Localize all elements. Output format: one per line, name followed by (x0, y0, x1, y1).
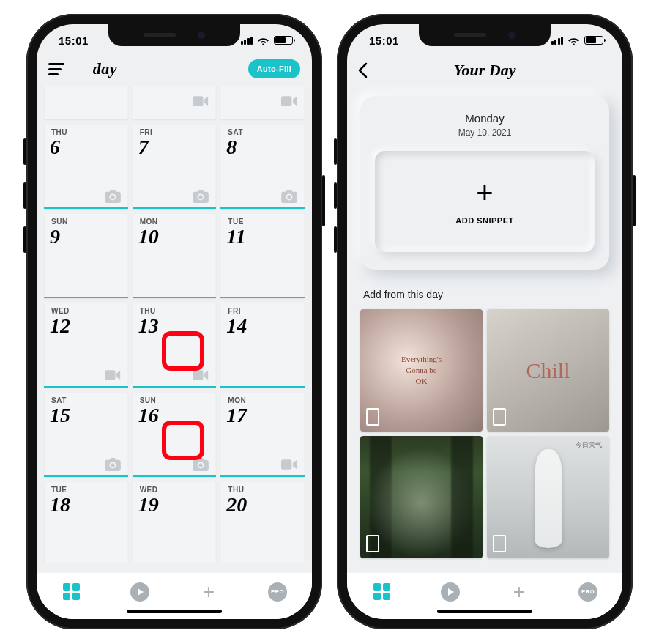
thumbnail-1-text: Everything's Gonna be OK (401, 354, 442, 387)
pro-badge-icon: PRO (578, 582, 597, 602)
header-left: day Auto-Fill (37, 56, 312, 86)
screen-left: 15:01 day Auto-Fill THU6FRI7SAT8SUN9MON1… (37, 24, 312, 619)
thumbnail-2[interactable]: Chill (487, 309, 609, 432)
status-time: 15:01 (369, 34, 399, 47)
calendar-cell[interactable]: WED12 (44, 303, 128, 388)
calendar-grid: THU6FRI7SAT8SUN9MON10TUE11WED12THU13FRI1… (44, 86, 305, 563)
play-icon (130, 582, 149, 602)
cell-day-number: 13 (138, 314, 159, 338)
cell-day-number: 15 (50, 404, 70, 427)
svg-rect-0 (193, 96, 203, 106)
cell-underline (44, 475, 128, 477)
cell-day-number: 14 (226, 314, 247, 338)
thumbnail-3[interactable] (360, 436, 483, 558)
tab-pro[interactable]: PRO (266, 580, 289, 604)
cell-day-number: 10 (138, 225, 159, 248)
calendar-cell[interactable]: THU13 (133, 303, 217, 388)
video-icon (281, 458, 297, 471)
tab-grid[interactable] (370, 580, 393, 604)
calendar-cell[interactable]: THU20 (220, 481, 305, 563)
video-icon (281, 95, 297, 108)
home-indicator[interactable] (437, 610, 532, 613)
cell-underline (44, 386, 128, 388)
camera-icon (281, 190, 297, 203)
camera-icon (105, 458, 121, 471)
calendar-cell[interactable] (220, 86, 305, 119)
cell-underline (220, 386, 305, 388)
calendar-cell[interactable]: SUN16 (133, 392, 217, 477)
thumbnail-4[interactable]: 今日天气 (487, 436, 609, 558)
wifi-icon (567, 36, 580, 45)
cell-underline (220, 475, 305, 477)
pro-badge-icon: PRO (268, 582, 287, 602)
wifi-icon (257, 36, 269, 45)
select-frame-icon (493, 408, 506, 426)
tab-play[interactable] (439, 580, 462, 604)
cell-day-number: 19 (138, 493, 159, 517)
calendar-cell[interactable]: MON17 (220, 392, 305, 477)
camera-icon (105, 190, 121, 203)
calendar-cell[interactable]: THU6 (44, 124, 128, 209)
cell-underline (44, 207, 128, 209)
svg-rect-4 (281, 459, 291, 470)
tab-play[interactable] (128, 580, 152, 604)
plus-icon: + (203, 580, 215, 604)
home-indicator[interactable] (127, 610, 222, 613)
select-frame-icon (493, 535, 506, 552)
thumbnail-1[interactable]: Everything's Gonna be OK (360, 309, 483, 432)
grid-icon (373, 583, 390, 600)
cell-day-number: 12 (50, 314, 70, 338)
plus-icon: + (476, 178, 493, 207)
tab-grid[interactable] (59, 580, 83, 604)
select-frame-icon (366, 408, 379, 426)
signal-icon (551, 37, 564, 45)
calendar-cell[interactable]: TUE11 (220, 213, 305, 298)
camera-icon (193, 458, 209, 471)
back-button[interactable] (357, 62, 368, 78)
day-full-date: May 10, 2021 (375, 127, 595, 138)
calendar-cell[interactable]: FRI14 (220, 303, 305, 388)
calendar-cell[interactable] (44, 86, 128, 119)
day-weekday: Monday (375, 112, 595, 125)
video-icon (193, 95, 209, 108)
menu-icon[interactable] (48, 63, 64, 75)
add-snippet-label: ADD SNIPPET (455, 216, 513, 225)
cell-day-number: 18 (50, 493, 70, 517)
battery-icon (274, 36, 293, 45)
calendar-cell[interactable]: FRI7 (133, 124, 217, 209)
thumbnail-4-caption: 今日天气 (576, 440, 602, 450)
cell-day-number: 11 (226, 225, 245, 248)
calendar-cell[interactable]: MON10 (133, 213, 217, 298)
cell-underline (133, 386, 217, 388)
battery-icon (584, 36, 603, 45)
tab-add[interactable]: + (197, 580, 220, 604)
svg-rect-2 (105, 370, 115, 380)
header-right: Your Day (347, 56, 622, 89)
video-icon (193, 369, 209, 382)
calendar-cell[interactable]: WED19 (133, 481, 217, 563)
page-title: Your Day (454, 61, 516, 80)
svg-rect-3 (193, 370, 203, 380)
cell-underline (133, 207, 217, 209)
calendar-scroll[interactable]: THU6FRI7SAT8SUN9MON10TUE11WED12THU13FRI1… (37, 86, 312, 563)
tab-pro[interactable]: PRO (576, 580, 600, 604)
cell-day-number: 7 (138, 136, 149, 159)
calendar-cell[interactable]: SAT15 (44, 392, 128, 477)
cell-day-number: 16 (138, 404, 159, 427)
cell-underline (220, 297, 305, 298)
cell-underline (220, 207, 305, 209)
calendar-cell[interactable]: SAT8 (220, 124, 305, 209)
media-thumbnails: Everything's Gonna be OK Chill 今日天气 (347, 309, 622, 558)
calendar-cell[interactable] (133, 86, 217, 119)
section-add-from-day: Add from this day (363, 289, 606, 300)
add-snippet-button[interactable]: + ADD SNIPPET (375, 151, 595, 252)
notch (108, 24, 240, 46)
cell-day-number: 17 (226, 404, 247, 427)
cell-day-number: 20 (226, 493, 247, 517)
calendar-cell[interactable]: SUN9 (44, 213, 128, 298)
cell-underline (133, 475, 217, 477)
autofill-button[interactable]: Auto-Fill (248, 59, 300, 78)
calendar-cell[interactable]: TUE18 (44, 481, 128, 563)
chevron-left-icon (357, 62, 368, 78)
tab-add[interactable]: + (507, 580, 531, 604)
